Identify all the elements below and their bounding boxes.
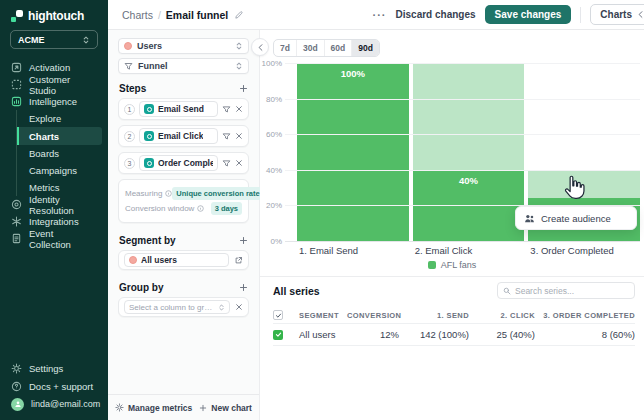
sidebar-item-customer-studio[interactable]: Customer Studio [0,76,108,93]
row-checkbox[interactable] [273,330,283,340]
event-collection-icon [11,233,22,244]
time-range-toggle: 7d 30d 60d 90d [273,39,380,57]
measuring-value-badge[interactable]: Unique conversion rate [172,187,263,200]
step-event-select[interactable]: Order Completed [139,155,218,171]
sidebar-item-label: Activation [29,62,70,73]
page-title: Email funnel [166,9,228,21]
range-90d[interactable]: 90d [351,40,379,56]
sidebar-item-docs-support[interactable]: Docs + support [0,377,108,395]
customer-studio-icon [11,79,22,90]
event-icon [144,104,154,114]
entity-select[interactable]: Users [118,38,249,54]
funnel-icon [124,62,133,71]
save-changes-button[interactable]: Save changes [485,5,572,24]
help-icon [11,381,22,392]
sidebar-nav: Activation Customer Studio Intelligence … [0,59,108,247]
select-all-checkbox[interactable] [273,310,283,320]
users-dot-icon [124,42,132,50]
y-tick-label: 0% [270,237,282,246]
charts-panel-button[interactable]: Charts [590,4,644,25]
col-segment: SEGMENT [299,311,339,320]
add-step-button[interactable] [239,84,248,93]
group-by-placeholder: Select a column to group by... [129,303,215,312]
create-audience-popover[interactable]: Create audience [515,206,637,230]
breadcrumb-charts[interactable]: Charts [122,9,153,21]
sidebar-item-boards[interactable]: Boards [17,145,102,162]
sidebar-footer: Settings Docs + support linda@email.com [0,359,108,420]
sidebar-item-account[interactable]: linda@email.com [0,395,108,413]
remove-step-icon[interactable] [235,105,243,113]
workspace-selector[interactable]: ACME [10,30,98,49]
y-tick-label: 40% [266,165,282,174]
sidebar-item-campaigns[interactable]: Campaigns [17,162,102,179]
step-event-label: Email Send [158,104,204,114]
filter-icon[interactable] [222,159,231,168]
activation-icon [11,62,22,73]
workspace-name: ACME [18,35,45,45]
y-axis: 100%80%60%40%20%0% [260,63,282,241]
chevron-updown-icon [235,61,243,71]
chart-type-value: Funnel [138,61,168,71]
step-event-select[interactable]: Email Click [139,128,218,144]
step-event-select[interactable]: Email Send [139,101,218,117]
x-axis-label: 3. Order Completed [530,245,613,256]
sidebar-item-label: Settings [29,363,63,374]
measuring-label: Measuring [125,189,172,198]
group-by-select[interactable]: Select a column to group by... [124,300,230,314]
intelligence-subnav: Explore Charts Boards Campaigns Metrics [16,110,108,196]
add-segment-button[interactable] [239,236,248,245]
segment-select[interactable]: All users [124,253,229,267]
conversion-window-badge[interactable]: 3 days [211,202,242,215]
y-tick-label: 60% [266,130,282,139]
cell-segment: All users [299,329,339,340]
sidebar-item-label: Intelligence [29,96,77,107]
more-options-button[interactable]: ··· [373,9,387,21]
sidebar-item-identity-resolution[interactable]: Identity Resolution [0,196,108,213]
bar-converted-segment[interactable]: 100% [297,63,409,241]
logo[interactable]: hightouch [0,0,108,30]
table-header-row: SEGMENT CONVERSION 1. SEND 2. CLICK 3. O… [273,307,635,324]
collapse-panel-button[interactable] [251,38,269,56]
chevron-updown-icon [235,41,243,51]
sidebar-item-intelligence[interactable]: Intelligence [0,93,108,110]
table-row[interactable]: All users 12% 142 (100%) 25 (40%) 8 (60%… [273,324,635,346]
section-divider [260,276,644,277]
edit-title-icon[interactable] [234,10,244,20]
y-tick-label: 100% [262,59,282,68]
config-panel: Users Funnel Steps 1 Email Send 2 Ema [108,30,260,420]
remove-group-icon[interactable] [235,303,243,311]
plus-icon [199,404,207,412]
manage-metrics-button[interactable]: Manage metrics [115,403,192,413]
identity-resolution-icon [11,199,22,210]
new-chart-button[interactable]: New chart [199,403,252,413]
sidebar-item-event-collection[interactable]: Event Collection [0,230,108,247]
range-30d[interactable]: 30d [296,40,324,56]
filter-icon[interactable] [222,132,231,141]
bar-value-label: 100% [297,68,409,79]
step-number: 3 [124,158,135,169]
audience-people-icon [524,213,535,224]
sidebar-item-explore[interactable]: Explore [17,110,102,127]
filter-icon[interactable] [222,105,231,114]
add-group-button[interactable] [239,283,248,292]
remove-step-icon[interactable] [235,159,243,167]
range-60d[interactable]: 60d [324,40,352,56]
funnel-bar[interactable]: 40%2. Email Click [413,63,525,241]
info-icon [165,190,172,197]
series-search[interactable] [497,282,635,299]
legend-label: AFL fans [441,260,477,270]
sidebar-item-charts[interactable]: Charts [17,127,102,145]
search-series-input[interactable] [515,286,629,296]
chart-type-select[interactable]: Funnel [118,58,249,74]
gridline [285,170,640,171]
legend-swatch [428,261,436,269]
range-7d[interactable]: 7d [274,40,296,56]
y-tick-label: 80% [266,94,282,103]
discard-changes-button[interactable]: Discard changes [396,9,476,20]
cell-order-completed: 8 (60%) [543,329,635,340]
external-link-icon[interactable] [234,256,243,265]
funnel-bar[interactable]: 100%1. Email Send [297,63,409,241]
sidebar-item-settings[interactable]: Settings [0,359,108,377]
remove-step-icon[interactable] [235,132,243,140]
logo-text: hightouch [28,9,84,23]
